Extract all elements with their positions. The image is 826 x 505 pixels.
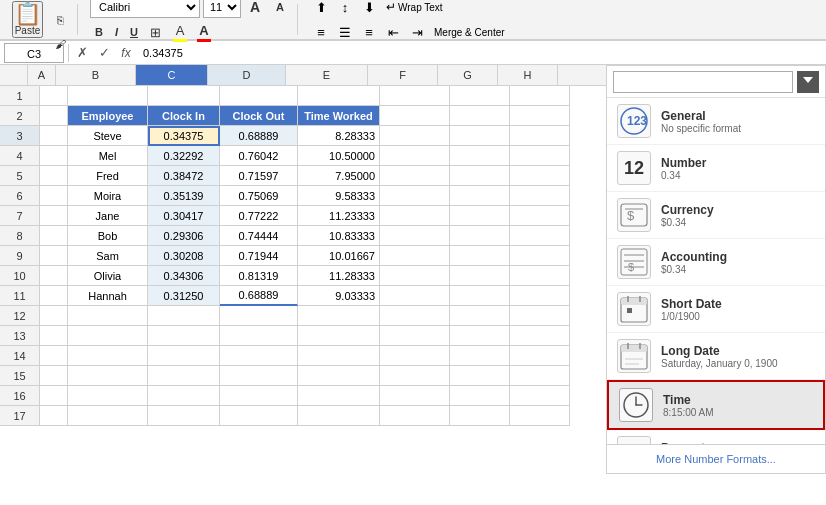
cell-a9[interactable] bbox=[40, 246, 68, 266]
right-align-button[interactable]: ≡ bbox=[358, 21, 380, 43]
format-item-percentage[interactable]: % Percentage 34.38% bbox=[607, 430, 825, 444]
format-item-short-date[interactable]: Short Date 1/0/1900 bbox=[607, 286, 825, 333]
col-header-a[interactable]: A bbox=[28, 65, 56, 85]
format-item-time[interactable]: Time 8:15:00 AM bbox=[607, 380, 825, 430]
top-align-button[interactable]: ⬆ bbox=[310, 0, 332, 18]
cell-g9[interactable] bbox=[450, 246, 510, 266]
cell-h10[interactable] bbox=[510, 266, 570, 286]
font-color-button[interactable]: A bbox=[193, 21, 215, 43]
italic-button[interactable]: I bbox=[110, 21, 123, 43]
format-item-general[interactable]: 123 General No specific format bbox=[607, 98, 825, 145]
cell-e9[interactable]: 10.01667 bbox=[298, 246, 380, 266]
cell-f4[interactable] bbox=[380, 146, 450, 166]
cell-d3[interactable]: 0.68889 bbox=[220, 126, 298, 146]
cell-d6[interactable]: 0.75069 bbox=[220, 186, 298, 206]
cell-g10[interactable] bbox=[450, 266, 510, 286]
cell-g4[interactable] bbox=[450, 146, 510, 166]
cell-d11[interactable]: 0.68889 bbox=[220, 286, 298, 306]
cell-h4[interactable] bbox=[510, 146, 570, 166]
dropdown-confirm-button[interactable] bbox=[797, 71, 819, 93]
cell-f6[interactable] bbox=[380, 186, 450, 206]
cell-c10[interactable]: 0.34306 bbox=[148, 266, 220, 286]
copy-button[interactable]: ⎘ bbox=[49, 9, 71, 31]
fill-color-button[interactable]: A bbox=[169, 21, 191, 43]
cell-c4[interactable]: 0.32292 bbox=[148, 146, 220, 166]
cell-b10[interactable]: Olivia bbox=[68, 266, 148, 286]
cell-b11[interactable]: Hannah bbox=[68, 286, 148, 306]
insert-function-icon[interactable]: fx bbox=[117, 44, 135, 62]
left-align-button[interactable]: ≡ bbox=[310, 21, 332, 43]
cell-h9[interactable] bbox=[510, 246, 570, 266]
cell-h7[interactable] bbox=[510, 206, 570, 226]
cell-e7[interactable]: 11.23333 bbox=[298, 206, 380, 226]
cell-d9[interactable]: 0.71944 bbox=[220, 246, 298, 266]
cell-e3[interactable]: 8.28333 bbox=[298, 126, 380, 146]
cell-c8[interactable]: 0.29306 bbox=[148, 226, 220, 246]
bottom-align-button[interactable]: ⬇ bbox=[358, 0, 380, 18]
cell-f5[interactable] bbox=[380, 166, 450, 186]
cell-a11[interactable] bbox=[40, 286, 68, 306]
col-header-g[interactable]: G bbox=[438, 65, 498, 85]
cell-e10[interactable]: 11.28333 bbox=[298, 266, 380, 286]
cell-c1[interactable] bbox=[148, 86, 220, 106]
cell-c5[interactable]: 0.38472 bbox=[148, 166, 220, 186]
cell-b8[interactable]: Bob bbox=[68, 226, 148, 246]
cell-f7[interactable] bbox=[380, 206, 450, 226]
cut-button[interactable]: ✂ bbox=[49, 0, 71, 7]
col-header-e[interactable]: E bbox=[286, 65, 368, 85]
cell-g8[interactable] bbox=[450, 226, 510, 246]
decrease-indent-button[interactable]: ⇤ bbox=[382, 21, 404, 43]
cell-b9[interactable]: Sam bbox=[68, 246, 148, 266]
cell-d7[interactable]: 0.77222 bbox=[220, 206, 298, 226]
col-header-h[interactable]: H bbox=[498, 65, 558, 85]
cell-a6[interactable] bbox=[40, 186, 68, 206]
cell-e8[interactable]: 10.83333 bbox=[298, 226, 380, 246]
cell-reference-box[interactable]: C3 bbox=[4, 43, 64, 63]
cell-d5[interactable]: 0.71597 bbox=[220, 166, 298, 186]
cell-f10[interactable] bbox=[380, 266, 450, 286]
cell-c3[interactable]: 0.34375 bbox=[148, 126, 220, 146]
cell-h8[interactable] bbox=[510, 226, 570, 246]
cell-d10[interactable]: 0.81319 bbox=[220, 266, 298, 286]
cell-a5[interactable] bbox=[40, 166, 68, 186]
cell-b5[interactable]: Fred bbox=[68, 166, 148, 186]
cell-e11[interactable]: 9.03333 bbox=[298, 286, 380, 306]
increase-indent-button[interactable]: ⇥ bbox=[406, 21, 428, 43]
col-header-f[interactable]: F bbox=[368, 65, 438, 85]
cell-d4[interactable]: 0.76042 bbox=[220, 146, 298, 166]
cell-b6[interactable]: Moira bbox=[68, 186, 148, 206]
border-button[interactable]: ⊞ bbox=[145, 21, 167, 43]
cell-e5[interactable]: 7.95000 bbox=[298, 166, 380, 186]
cell-d2[interactable]: Clock Out bbox=[220, 106, 298, 126]
cell-b7[interactable]: Jane bbox=[68, 206, 148, 226]
cell-b2[interactable]: Employee bbox=[68, 106, 148, 126]
underline-button[interactable]: U bbox=[125, 21, 143, 43]
cell-c7[interactable]: 0.30417 bbox=[148, 206, 220, 226]
cell-g6[interactable] bbox=[450, 186, 510, 206]
cell-e1[interactable] bbox=[298, 86, 380, 106]
cell-c9[interactable]: 0.30208 bbox=[148, 246, 220, 266]
cell-f11[interactable] bbox=[380, 286, 450, 306]
paste-button[interactable]: 📋 Paste bbox=[12, 1, 43, 38]
cell-a3[interactable] bbox=[40, 126, 68, 146]
cell-a7[interactable] bbox=[40, 206, 68, 226]
cell-g11[interactable] bbox=[450, 286, 510, 306]
cell-b1[interactable] bbox=[68, 86, 148, 106]
format-item-accounting[interactable]: $ Accounting $0.34 bbox=[607, 239, 825, 286]
cell-f1[interactable] bbox=[380, 86, 450, 106]
cell-e6[interactable]: 9.58333 bbox=[298, 186, 380, 206]
cell-a10[interactable] bbox=[40, 266, 68, 286]
cell-c6[interactable]: 0.35139 bbox=[148, 186, 220, 206]
merge-center-button[interactable]: Merge & Center bbox=[430, 21, 509, 43]
cell-e4[interactable]: 10.50000 bbox=[298, 146, 380, 166]
cancel-formula-icon[interactable]: ✗ bbox=[73, 44, 91, 62]
col-header-c[interactable]: C bbox=[136, 65, 208, 85]
cell-g3[interactable] bbox=[450, 126, 510, 146]
bold-button[interactable]: B bbox=[90, 21, 108, 43]
middle-align-button[interactable]: ↕ bbox=[334, 0, 356, 18]
cell-e2[interactable]: Time Worked bbox=[298, 106, 380, 126]
format-item-number[interactable]: 12 Number 0.34 bbox=[607, 145, 825, 192]
cell-g7[interactable] bbox=[450, 206, 510, 226]
cell-h3[interactable] bbox=[510, 126, 570, 146]
confirm-formula-icon[interactable]: ✓ bbox=[95, 44, 113, 62]
